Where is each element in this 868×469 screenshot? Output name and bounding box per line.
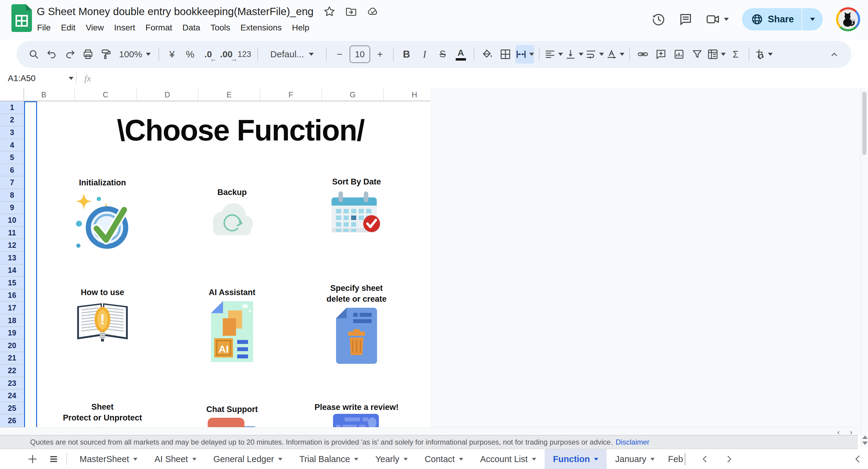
row-header-12[interactable]: 12	[0, 239, 24, 252]
format-percent-icon[interactable]: %	[182, 45, 198, 64]
text-color-icon[interactable]: A	[453, 45, 469, 64]
function-ai-assistant[interactable]: AI Assistant AI	[169, 287, 296, 364]
insert-comment-icon[interactable]	[653, 45, 669, 64]
tab-ai-sheet[interactable]: AI Sheet	[146, 449, 205, 469]
row-header-14[interactable]: 14	[0, 264, 24, 277]
vertical-align-icon[interactable]	[565, 45, 584, 64]
menu-help[interactable]: Help	[287, 21, 315, 34]
sheets-logo-icon[interactable]	[11, 4, 32, 32]
row-header-19[interactable]: 19	[0, 327, 24, 339]
tab-account-list[interactable]: Account List	[472, 449, 545, 469]
share-dropdown[interactable]	[802, 8, 823, 30]
column-header-G[interactable]: G	[322, 88, 384, 101]
tab-february-partial[interactable]: Feb	[668, 453, 685, 465]
function-sort-by-date[interactable]: Sort By Date	[293, 176, 420, 235]
row-header-20[interactable]: 20	[0, 339, 24, 352]
horizontal-scrollbar[interactable]: ‹ ›	[0, 427, 861, 435]
row-header-26[interactable]: 26	[0, 414, 24, 427]
row-header-11[interactable]: 11	[0, 227, 24, 239]
format-currency-icon[interactable]: ¥	[164, 45, 180, 64]
row-header-18[interactable]: 18	[0, 314, 24, 327]
menu-file[interactable]: File	[32, 21, 56, 34]
function-how-to-use[interactable]: How to use !	[39, 287, 166, 345]
undo-icon[interactable]	[44, 45, 60, 64]
text-wrap-icon[interactable]	[585, 45, 604, 64]
disclaimer-link[interactable]: Disclaimer	[616, 438, 650, 446]
italic-icon[interactable]: I	[416, 45, 433, 64]
row-header-3[interactable]: 3	[0, 126, 24, 139]
paint-format-icon[interactable]	[98, 45, 114, 64]
decrease-font-size-icon[interactable]: −	[332, 45, 348, 64]
account-avatar[interactable]	[836, 7, 860, 31]
fill-color-icon[interactable]	[479, 45, 495, 64]
strikethrough-icon[interactable]: S	[435, 45, 451, 64]
column-header-C[interactable]: C	[75, 88, 136, 101]
increase-font-size-icon[interactable]: +	[372, 45, 388, 64]
row-header-1[interactable]: 1	[0, 101, 24, 114]
tab-function[interactable]: Function	[545, 449, 607, 469]
menu-extensions[interactable]: Extensions	[236, 21, 287, 34]
row-header-24[interactable]: 24	[0, 389, 24, 402]
tab-january[interactable]: January	[607, 449, 663, 469]
menu-tools[interactable]: Tools	[205, 21, 235, 34]
menu-view[interactable]: View	[81, 21, 109, 34]
row-header-15[interactable]: 15	[0, 277, 24, 289]
side-panel-collapse-icon[interactable]	[853, 454, 863, 464]
row-header-13[interactable]: 13	[0, 252, 24, 264]
star-icon[interactable]	[324, 6, 335, 17]
function-write-review[interactable]: Please write a review!	[293, 402, 420, 427]
cloud-saved-icon[interactable]	[367, 6, 378, 17]
font-size-input[interactable]: 10	[350, 45, 370, 63]
row-header-5[interactable]: 5	[0, 151, 24, 164]
function-chat-support[interactable]: Chat Support	[169, 404, 296, 427]
tabs-scroll-right-icon[interactable]	[724, 455, 734, 464]
increase-decimal-icon[interactable]: .00→	[218, 45, 235, 64]
pivot-table-icon[interactable]	[707, 45, 726, 64]
function-sheet-protect[interactable]: Sheet Protect or Unprotect	[39, 402, 166, 427]
vscroll-thumb[interactable]	[862, 92, 867, 155]
tab-trial-balance[interactable]: Trial Balance	[291, 449, 367, 469]
create-filter-icon[interactable]	[689, 45, 705, 64]
row-header-25[interactable]: 25	[0, 402, 24, 415]
all-sheets-menu-icon[interactable]	[45, 450, 62, 468]
tab-contact[interactable]: Contact	[416, 449, 472, 469]
row-header-6[interactable]: 6	[0, 164, 24, 177]
print-icon[interactable]	[80, 45, 96, 64]
text-rotation-icon[interactable]	[606, 45, 624, 64]
row-header-4[interactable]: 4	[0, 139, 24, 152]
search-icon[interactable]	[26, 45, 42, 64]
function-initialization[interactable]: Initialization	[39, 177, 166, 250]
row-header-23[interactable]: 23	[0, 377, 24, 390]
version-history-icon[interactable]	[652, 12, 665, 26]
row-header-8[interactable]: 8	[0, 189, 24, 201]
vscroll-up-icon[interactable]	[862, 436, 868, 439]
row-header-17[interactable]: 17	[0, 302, 24, 314]
column-header-E[interactable]: E	[198, 88, 260, 101]
decrease-decimal-icon[interactable]: .0←	[200, 45, 216, 64]
function-backup[interactable]: Backup	[169, 187, 296, 240]
tab-mastersheet[interactable]: MasterSheet	[71, 449, 146, 469]
cells-area[interactable]: \Choose Function/ Initialization	[24, 101, 430, 427]
comments-icon[interactable]	[679, 12, 692, 26]
name-box[interactable]: A1:A50	[0, 73, 73, 83]
insert-link-icon[interactable]	[635, 45, 651, 64]
vscroll-down-icon[interactable]	[862, 442, 868, 445]
video-call-icon[interactable]	[706, 12, 720, 26]
tabs-scroll-left-icon[interactable]	[701, 455, 710, 464]
move-folder-icon[interactable]	[345, 6, 357, 17]
select-all-corner[interactable]	[0, 88, 24, 101]
borders-icon[interactable]	[497, 45, 514, 64]
add-sheet-icon[interactable]	[24, 450, 41, 468]
font-select[interactable]: Defaul...	[263, 45, 321, 64]
vertical-scrollbar[interactable]	[861, 88, 868, 447]
merge-cells-icon[interactable]	[516, 45, 534, 64]
insert-chart-icon[interactable]	[671, 45, 687, 64]
row-header-7[interactable]: 7	[0, 176, 24, 189]
more-formats-icon[interactable]: 123	[236, 45, 253, 64]
row-header-9[interactable]: 9	[0, 201, 24, 214]
collapse-toolbar-icon[interactable]	[826, 45, 842, 64]
function-specify-sheet[interactable]: Specify sheet delete or create	[293, 283, 420, 365]
row-header-2[interactable]: 2	[0, 114, 24, 127]
share-button[interactable]: Share	[742, 8, 823, 30]
menu-edit[interactable]: Edit	[56, 21, 81, 34]
